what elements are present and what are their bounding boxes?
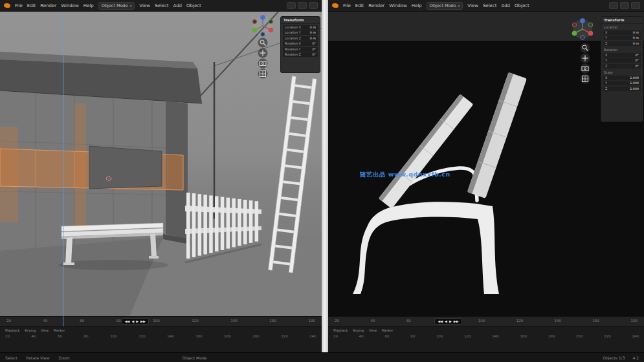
field-scale-x[interactable]: X1.000: [603, 76, 641, 80]
right-3d-viewport[interactable]: Transform Location X0 m Y0 m Z0 m Rotati…: [328, 12, 644, 316]
panel-title[interactable]: Transform: [281, 17, 320, 24]
z-axis-dot[interactable]: [260, 15, 265, 20]
y-axis-dot[interactable]: [252, 28, 258, 33]
zoom-tool-icon[interactable]: [581, 43, 590, 53]
status-bar: Select Rotate View Zoom Object Mode Obje…: [0, 352, 644, 362]
playback-controls: ◀◀ ◀ ▶ ▶▶: [434, 318, 461, 325]
zoom-tool-icon[interactable]: [258, 38, 268, 48]
left-3d-viewport[interactable]: Transform Location X0 m Location Y0 m Lo…: [0, 12, 322, 316]
x-axis-dot[interactable]: [588, 31, 594, 36]
menu-marker[interactable]: Marker: [54, 328, 65, 332]
prev-frame-button[interactable]: ◀: [131, 319, 134, 323]
right-timeline[interactable]: 2040 6080 100120 140160 180 ◀◀ ◀ ▶ ▶▶: [328, 316, 644, 326]
x-axis-dot[interactable]: [269, 28, 274, 33]
menu-help[interactable]: Help: [83, 3, 94, 8]
right-scene: [328, 12, 644, 316]
menu-add[interactable]: Add: [501, 3, 510, 8]
status-select-hint: Select: [5, 356, 17, 360]
left-dopesheet[interactable]: Playback Keying View Marker 2040 6080 10…: [0, 326, 322, 352]
field-rotation-x[interactable]: Rotation X0°: [283, 41, 318, 46]
menu-window[interactable]: Window: [389, 3, 407, 8]
mode-dropdown[interactable]: Object Mode ▾: [427, 2, 463, 10]
mode-label: Object Mode: [102, 3, 128, 8]
shading-toggle-icon[interactable]: [609, 2, 618, 9]
menu-keying[interactable]: Keying: [353, 328, 364, 332]
menu-timeline-view[interactable]: View: [41, 328, 49, 332]
blender-logo-icon[interactable]: [332, 3, 339, 8]
menu-file[interactable]: File: [343, 3, 351, 8]
menu-view[interactable]: View: [139, 3, 150, 8]
field-rotation-z[interactable]: Rotation Z0°: [283, 52, 318, 57]
right-dopesheet[interactable]: Playback Keying View Marker 2040 6080 10…: [328, 326, 644, 352]
blender-logo-icon[interactable]: [4, 3, 10, 8]
jump-start-button[interactable]: ◀◀: [438, 319, 443, 323]
play-button[interactable]: ▶: [136, 319, 139, 323]
menu-render[interactable]: Render: [368, 3, 384, 8]
overlay-toggle-icon[interactable]: [298, 2, 307, 9]
menu-help[interactable]: Help: [412, 3, 422, 8]
playhead-guide-line[interactable]: [63, 12, 63, 326]
jump-end-button[interactable]: ▶▶: [454, 319, 459, 323]
mode-label: Object Mode: [430, 3, 456, 8]
field-scale-y[interactable]: Y1.000: [603, 81, 641, 85]
dopesheet-ticks: 2040 6080 100120 140160 180200 220240: [0, 332, 322, 338]
prev-frame-button[interactable]: ◀: [445, 319, 447, 323]
menu-playback[interactable]: Playback: [333, 328, 348, 332]
chevron-down-icon: ▾: [130, 4, 132, 8]
field-scale-z[interactable]: Z1.000: [603, 87, 641, 91]
field-location-y[interactable]: Location Y0 m: [283, 30, 318, 35]
field-rotation-x[interactable]: X0°: [603, 53, 641, 58]
field-rotation-y[interactable]: Rotation Y0°: [283, 47, 318, 52]
field-location-y[interactable]: Y0 m: [603, 36, 641, 40]
status-version: 4.2: [632, 356, 639, 360]
field-rotation-z[interactable]: Z0°: [603, 64, 641, 69]
y-axis-dot[interactable]: [572, 31, 577, 36]
header-toggles: [609, 2, 640, 9]
header-toggles: [287, 2, 318, 9]
left-transform-panel: Transform Location X0 m Location Y0 m Lo…: [280, 16, 320, 73]
z-axis-dot[interactable]: [580, 18, 585, 23]
menu-playback[interactable]: Playback: [5, 328, 19, 332]
field-location-x[interactable]: X0 m: [603, 30, 641, 35]
mode-dropdown[interactable]: Object Mode ▾: [98, 2, 135, 10]
field-rotation-y[interactable]: Y0°: [603, 58, 641, 63]
menu-edit[interactable]: Edit: [355, 3, 364, 8]
status-stats: Objects 1/3 4.2: [603, 356, 639, 360]
left-timeline[interactable]: 2040 6080 100120 140160 180 ◀◀ ◀ ▶ ▶▶: [0, 316, 322, 326]
status-rotate-hint: Rotate View: [27, 356, 50, 360]
status-objects: Objects 1/3: [603, 356, 625, 360]
menu-edit[interactable]: Edit: [27, 3, 36, 8]
field-location-z[interactable]: Z0 m: [603, 41, 641, 46]
jump-start-button[interactable]: ◀◀: [125, 319, 130, 323]
menu-add[interactable]: Add: [173, 3, 182, 8]
right-menubar: File Edit Render Window Help Object Mode…: [328, 0, 644, 12]
jump-end-button[interactable]: ▶▶: [140, 319, 146, 323]
menu-marker[interactable]: Marker: [382, 328, 393, 332]
shading-toggle-icon[interactable]: [287, 2, 296, 9]
gizmo-toggle-icon[interactable]: [631, 2, 640, 9]
menu-file[interactable]: File: [15, 3, 23, 8]
chevron-down-icon: ▾: [458, 4, 460, 8]
screenshot-root: File Edit Render Window Help Object Mode…: [0, 0, 644, 362]
menu-object[interactable]: Object: [186, 3, 201, 8]
field-location-z[interactable]: Location Z0 m: [283, 36, 318, 41]
overlay-toggle-icon[interactable]: [620, 2, 629, 9]
menu-timeline-view[interactable]: View: [369, 328, 377, 332]
menu-object[interactable]: Object: [515, 3, 529, 8]
play-button[interactable]: ▶: [449, 319, 452, 323]
watermark: 随艺出品 www.qdnxxfb.cn: [360, 171, 450, 179]
menu-select[interactable]: Select: [483, 3, 497, 8]
field-location-x[interactable]: Location X0 m: [283, 25, 318, 30]
panel-title[interactable]: Transform: [601, 17, 643, 24]
dopesheet-ticks: 2040 6080 100120 140160 180200 220240: [328, 332, 644, 338]
menu-keying[interactable]: Keying: [25, 328, 36, 332]
menu-window[interactable]: Window: [61, 3, 79, 8]
menu-select[interactable]: Select: [155, 3, 169, 8]
menu-render[interactable]: Render: [40, 3, 56, 8]
menu-view[interactable]: View: [467, 3, 478, 8]
timeline-menus: Playback Keying View Marker: [0, 327, 322, 332]
gizmo-toggle-icon[interactable]: [309, 2, 318, 9]
left-menubar: File Edit Render Window Help Object Mode…: [0, 0, 322, 12]
shelter-window[interactable]: [89, 146, 162, 189]
backdrop-band: [328, 12, 644, 41]
